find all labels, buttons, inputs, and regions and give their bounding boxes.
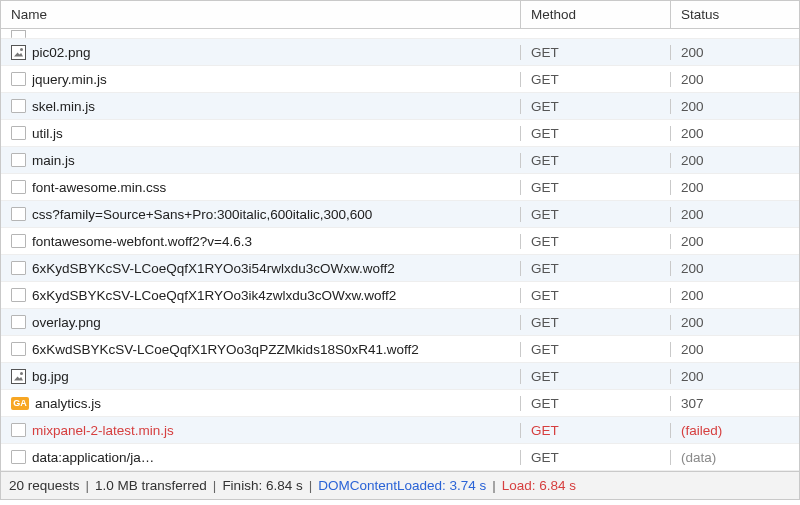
separator: | [213,478,217,493]
cell-method: GET [521,261,671,276]
file-icon [11,450,26,464]
cell-method: GET [521,396,671,411]
cell-method: GET [521,450,671,465]
file-icon [11,30,26,38]
cell-method: GET [521,153,671,168]
cell-name: GAanalytics.js [1,396,521,411]
cell-method: GET [521,234,671,249]
cell-name: 6xKydSBYKcSV-LCoeQqfX1RYOo3ik4zwlxdu3cOW… [1,288,521,303]
separator: | [86,478,90,493]
cell-status: 200 [671,126,799,141]
cell-status: 200 [671,261,799,276]
table-row[interactable]: jquery.min.jsGET200 [1,66,799,93]
cell-method: GET [521,369,671,384]
cell-name: bg.jpg [1,369,521,384]
table-row[interactable]: 6xKwdSBYKcSV-LCoeQqfX1RYOo3qPZZMkids18S0… [1,336,799,363]
image-icon [11,45,26,60]
resource-name: data:application/ja… [32,450,154,465]
cell-status: 200 [671,288,799,303]
cell-name: css?family=Source+Sans+Pro:300italic,600… [1,207,521,222]
summary-transferred: 1.0 MB transferred [95,478,207,493]
cell-status: (data) [671,450,799,465]
resource-name: overlay.png [32,315,101,330]
cell-status: 200 [671,45,799,60]
table-row[interactable]: util.jsGET200 [1,120,799,147]
cell-method: GET [521,99,671,114]
table-row[interactable]: font-awesome.min.cssGET200 [1,174,799,201]
file-icon [11,180,26,194]
table-header: Name Method Status [1,1,799,29]
cell-method: GET [521,207,671,222]
summary-requests: 20 requests [9,478,80,493]
cell-name: util.js [1,126,521,141]
resource-name: jquery.min.js [32,72,107,87]
column-header-method[interactable]: Method [521,1,671,28]
cell-status: 200 [671,315,799,330]
table-body: pic02.pngGET200jquery.min.jsGET200skel.m… [1,39,799,471]
file-icon [11,126,26,140]
image-icon [11,369,26,384]
table-row[interactable]: skel.min.jsGET200 [1,93,799,120]
resource-name: analytics.js [35,396,101,411]
cell-status: 200 [671,99,799,114]
table-row[interactable]: 6xKydSBYKcSV-LCoeQqfX1RYOo3ik4zwlxdu3cOW… [1,282,799,309]
cell-name: font-awesome.min.css [1,180,521,195]
resource-name: 6xKydSBYKcSV-LCoeQqfX1RYOo3ik4zwlxdu3cOW… [32,288,396,303]
resource-name: main.js [32,153,75,168]
file-icon [11,99,26,113]
resource-name: bg.jpg [32,369,69,384]
cell-status: 200 [671,342,799,357]
cell-method: GET [521,72,671,87]
summary-finish: Finish: 6.84 s [222,478,302,493]
cell-method: GET [521,180,671,195]
table-row[interactable]: bg.jpgGET200 [1,363,799,390]
cell-name: 6xKydSBYKcSV-LCoeQqfX1RYOo3i54rwlxdu3cOW… [1,261,521,276]
cell-status: 200 [671,153,799,168]
column-header-status[interactable]: Status [671,1,799,28]
file-icon [11,342,26,356]
resource-name: css?family=Source+Sans+Pro:300italic,600… [32,207,372,222]
table-row[interactable]: pic02.pngGET200 [1,39,799,66]
summary-domcontentloaded: DOMContentLoaded: 3.74 s [318,478,486,493]
summary-load: Load: 6.84 s [502,478,576,493]
cell-name: skel.min.js [1,99,521,114]
cell-method: GET [521,342,671,357]
cell-name: jquery.min.js [1,72,521,87]
cell-method: GET [521,45,671,60]
resource-name: 6xKwdSBYKcSV-LCoeQqfX1RYOo3qPZZMkids18S0… [32,342,419,357]
table-row[interactable]: overlay.pngGET200 [1,309,799,336]
ga-icon: GA [11,397,29,410]
file-icon [11,288,26,302]
separator: | [309,478,313,493]
cell-name: overlay.png [1,315,521,330]
table-row[interactable]: main.jsGET200 [1,147,799,174]
cell-status: 200 [671,180,799,195]
table-row[interactable]: css?family=Source+Sans+Pro:300italic,600… [1,201,799,228]
separator: | [492,478,496,493]
table-row[interactable]: mixpanel-2-latest.min.jsGET(failed) [1,417,799,444]
table-row[interactable]: fontawesome-webfont.woff2?v=4.6.3GET200 [1,228,799,255]
resource-name: mixpanel-2-latest.min.js [32,423,174,438]
cell-status: 200 [671,207,799,222]
cell-name: 6xKwdSBYKcSV-LCoeQqfX1RYOo3qPZZMkids18S0… [1,342,521,357]
cell-status: 200 [671,369,799,384]
network-panel: Name Method Status pic02.pngGET200jquery… [0,0,800,500]
resource-name: skel.min.js [32,99,95,114]
file-icon [11,423,26,437]
cell-method: GET [521,288,671,303]
file-icon [11,207,26,221]
cell-name: main.js [1,153,521,168]
cell-name: fontawesome-webfont.woff2?v=4.6.3 [1,234,521,249]
table-row[interactable]: 6xKydSBYKcSV-LCoeQqfX1RYOo3i54rwlxdu3cOW… [1,255,799,282]
cell-method: GET [521,126,671,141]
column-header-name[interactable]: Name [1,1,521,28]
cell-method: GET [521,423,671,438]
cell-name: pic02.png [1,45,521,60]
file-icon [11,315,26,329]
table-row[interactable]: data:application/ja…GET(data) [1,444,799,471]
resource-name: 6xKydSBYKcSV-LCoeQqfX1RYOo3i54rwlxdu3cOW… [32,261,395,276]
table-row[interactable]: GAanalytics.jsGET307 [1,390,799,417]
cell-method: GET [521,315,671,330]
file-icon [11,261,26,275]
file-icon [11,234,26,248]
